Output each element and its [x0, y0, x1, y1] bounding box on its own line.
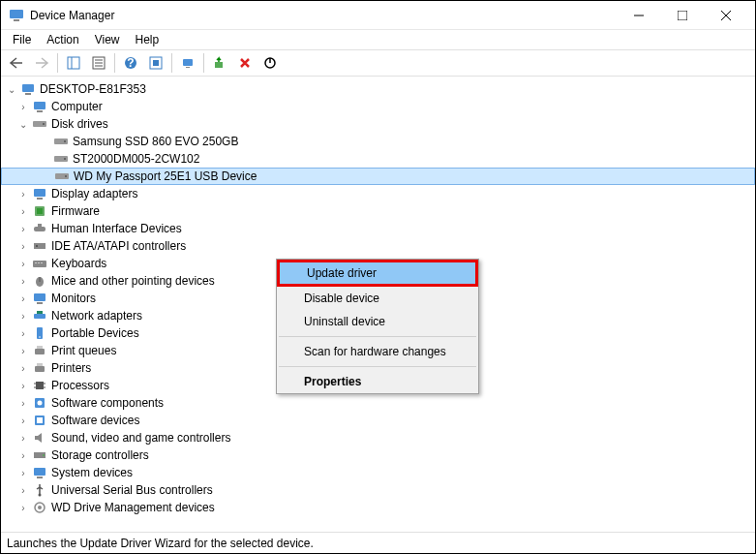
menu-file[interactable]: File: [5, 31, 39, 48]
computer-icon: [20, 81, 36, 97]
tree-device[interactable]: ST2000DM005-2CW102: [1, 150, 755, 168]
svg-rect-22: [34, 102, 45, 109]
expand-icon[interactable]: ›: [16, 100, 30, 113]
toolbar-separator: [171, 53, 172, 73]
tree-category[interactable]: ›Software components: [1, 394, 755, 412]
tree-category[interactable]: ›System devices: [1, 464, 755, 481]
svg-point-39: [36, 245, 38, 247]
expand-icon[interactable]: ⌄: [5, 82, 18, 96]
expand-icon[interactable]: ›: [16, 204, 30, 218]
tree-category[interactable]: ›Display adapters: [1, 185, 755, 202]
status-text: Launches the Update Driver Wizard for th…: [7, 537, 314, 550]
expand-icon[interactable]: ›: [16, 292, 30, 305]
tree-category[interactable]: ›Human Interface Devices: [1, 220, 755, 237]
expand-icon[interactable]: ›: [16, 326, 30, 340]
tree-category[interactable]: ›Firmware: [1, 202, 755, 220]
category-icon: [32, 325, 47, 341]
tree-label: Samsung SSD 860 EVO 250GB: [73, 135, 238, 148]
expand-icon[interactable]: ›: [16, 361, 30, 375]
tree-label: Storage controllers: [51, 448, 149, 462]
tree-device[interactable]: Samsung SSD 860 EVO 250GB: [1, 133, 755, 150]
expand-icon[interactable]: ›: [16, 344, 30, 357]
context-menu: Update driver Disable device Uninstall d…: [276, 259, 479, 394]
expand-icon[interactable]: ›: [16, 309, 30, 323]
category-icon: [32, 308, 47, 323]
menu-help[interactable]: Help: [128, 31, 167, 48]
ctx-properties[interactable]: Properties: [277, 370, 478, 393]
expand-icon[interactable]: ›: [16, 466, 30, 479]
category-icon: [32, 238, 47, 254]
tree-label: IDE ATA/ATAPI controllers: [51, 239, 186, 253]
tree-label: Universal Serial Bus controllers: [51, 483, 213, 497]
tree-category[interactable]: ›Universal Serial Bus controllers: [1, 481, 755, 499]
action-button[interactable]: [144, 51, 167, 75]
tree-label: Computer: [51, 100, 103, 113]
expand-icon[interactable]: ›: [16, 448, 30, 462]
ctx-scan-hardware[interactable]: Scan for hardware changes: [277, 340, 478, 363]
show-hide-tree-button[interactable]: [62, 51, 85, 75]
tree-category-computer[interactable]: › Computer: [1, 98, 755, 115]
tree-root[interactable]: ⌄ DESKTOP-E81F353: [1, 80, 755, 98]
toolbar-separator: [57, 53, 58, 73]
expand-icon[interactable]: ›: [16, 239, 30, 253]
tree-label: Keyboards: [51, 257, 106, 270]
expand-icon[interactable]: ›: [16, 483, 30, 497]
tree-category[interactable]: ›Software devices: [1, 412, 755, 429]
svg-point-25: [43, 123, 45, 125]
computer-icon: [32, 99, 47, 114]
svg-rect-68: [37, 477, 43, 478]
tree-label: Human Interface Devices: [51, 222, 182, 235]
tree-label: Firmware: [51, 204, 100, 218]
expand-icon[interactable]: ›: [16, 501, 30, 514]
menubar: File Action View Help: [1, 30, 755, 49]
toolbar-separator: [114, 53, 115, 73]
ctx-uninstall-device[interactable]: Uninstall device: [277, 310, 478, 333]
expand-icon[interactable]: ›: [16, 379, 30, 392]
tree-category[interactable]: ›Sound, video and game controllers: [1, 429, 755, 446]
expand-icon[interactable]: ›: [16, 187, 30, 200]
svg-rect-23: [37, 110, 43, 112]
menu-action[interactable]: Action: [39, 31, 86, 48]
tree-device-selected[interactable]: WD My Passport 25E1 USB Device: [1, 168, 755, 185]
expand-icon[interactable]: ›: [16, 431, 30, 445]
svg-rect-53: [37, 346, 43, 349]
uninstall-button[interactable]: [233, 51, 257, 75]
ctx-update-driver[interactable]: Update driver: [277, 260, 478, 287]
expand-icon[interactable]: ›: [16, 257, 30, 270]
expand-icon[interactable]: ›: [16, 274, 30, 288]
expand-icon[interactable]: ›: [16, 414, 30, 427]
minimize-button[interactable]: [617, 2, 660, 29]
svg-point-69: [39, 494, 42, 497]
disable-button[interactable]: [258, 51, 282, 75]
help-button[interactable]: ?: [119, 51, 142, 75]
svg-rect-17: [186, 67, 190, 68]
tree-label: Monitors: [51, 292, 96, 305]
expand-icon[interactable]: ›: [16, 396, 30, 410]
tree-category[interactable]: ›IDE ATA/ATAPI controllers: [1, 237, 755, 255]
tree-category[interactable]: ›WD Drive Management devices: [1, 499, 755, 516]
tree-label: WD My Passport 25E1 USB Device: [74, 169, 257, 183]
tree-category-disk-drives[interactable]: ⌄ Disk drives: [1, 115, 755, 133]
toolbar: ?: [1, 49, 755, 77]
device-tree[interactable]: ⌄ DESKTOP-E81F353 › Computer ⌄ Disk driv…: [1, 77, 755, 532]
tree-label: DESKTOP-E81F353: [40, 82, 146, 96]
collapse-icon[interactable]: ⌄: [16, 117, 30, 131]
svg-rect-20: [22, 84, 34, 92]
maximize-button[interactable]: [660, 2, 704, 29]
svg-rect-46: [34, 293, 45, 301]
properties-button[interactable]: [87, 51, 110, 75]
back-button[interactable]: [5, 51, 28, 75]
tree-label: Software components: [51, 396, 164, 410]
close-button[interactable]: [704, 2, 747, 29]
tree-category[interactable]: ›Storage controllers: [1, 446, 755, 464]
ctx-disable-device[interactable]: Disable device: [277, 287, 478, 310]
forward-button[interactable]: [30, 51, 53, 75]
expand-icon[interactable]: ›: [16, 222, 30, 235]
update-driver-button[interactable]: [208, 51, 231, 75]
menu-view[interactable]: View: [87, 31, 128, 48]
category-icon: [32, 360, 47, 376]
category-icon: [32, 500, 47, 515]
svg-point-62: [38, 401, 43, 406]
svg-rect-36: [34, 227, 45, 231]
scan-hardware-button[interactable]: [176, 51, 199, 75]
